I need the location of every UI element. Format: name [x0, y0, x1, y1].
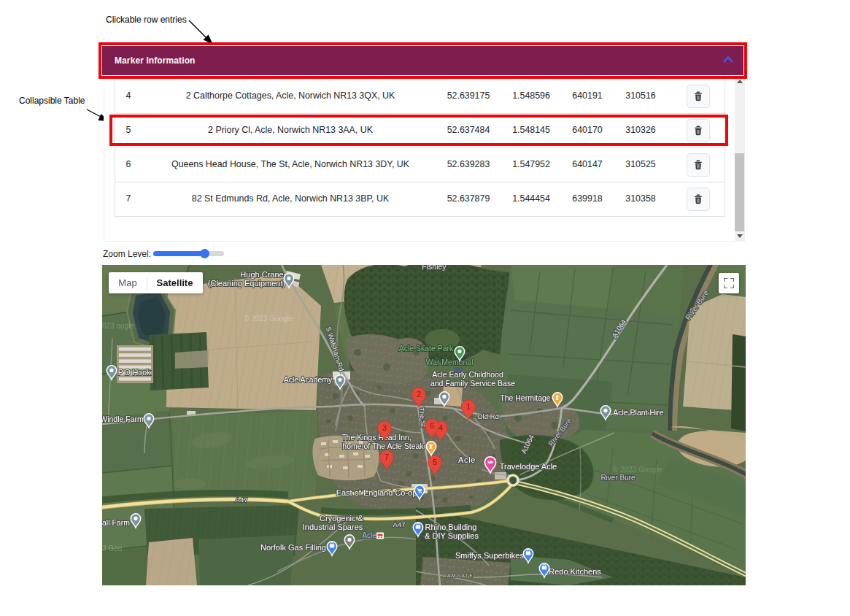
svg-text:War Memorial: War Memorial: [426, 358, 474, 366]
svg-text:and Family Service Base: and Family Service Base: [430, 379, 515, 388]
svg-text:7: 7: [385, 453, 389, 461]
svg-text:5: 5: [433, 458, 437, 466]
svg-text:6: 6: [430, 421, 434, 430]
svg-text:Redo Kitchens: Redo Kitchens: [549, 567, 601, 576]
svg-text:3: 3: [382, 423, 387, 432]
svg-text:1: 1: [466, 402, 471, 411]
svg-text:& DIY Supplies: & DIY Supplies: [425, 531, 479, 540]
svg-text:River Bure: River Bure: [600, 474, 635, 482]
svg-text:Rhino Building: Rhino Building: [425, 523, 477, 531]
svg-text:Norfolk Gas Filling: Norfolk Gas Filling: [260, 543, 326, 552]
svg-text:Cryogenic &: Cryogenic &: [320, 514, 364, 523]
svg-text:Industrial Spares: Industrial Spares: [303, 523, 363, 531]
svg-text:A47: A47: [236, 496, 248, 504]
svg-text:The Hermitage: The Hermitage: [500, 393, 551, 402]
svg-text:Acle Plant Hire: Acle Plant Hire: [613, 408, 664, 417]
svg-text:Acle Skate Park: Acle Skate Park: [399, 344, 454, 353]
svg-text:The Kings Head Inn,: The Kings Head Inn,: [341, 433, 412, 442]
svg-text:home of The Acle Steak: home of The Acle Steak: [342, 442, 424, 450]
svg-text:3 Goo: 3 Goo: [102, 544, 123, 553]
svg-text:4: 4: [438, 423, 443, 432]
svg-text:Hugh Crane: Hugh Crane: [240, 270, 283, 279]
svg-text:2: 2: [417, 390, 421, 399]
svg-text:(Cleaning Equipment): (Cleaning Equipment): [208, 279, 285, 288]
svg-text:DAMGATE: DAMGATE: [443, 573, 474, 578]
svg-text:all Farm: all Farm: [102, 518, 130, 527]
svg-text:© 2023 Google: © 2023 Google: [613, 466, 662, 474]
svg-text:Acle Academy: Acle Academy: [284, 375, 333, 384]
svg-text:Acle: Acle: [362, 531, 376, 539]
svg-text:Old Rd: Old Rd: [477, 412, 499, 420]
svg-text:Travelodge Acle: Travelodge Acle: [500, 462, 557, 471]
svg-text:Windle Farm: Windle Farm: [102, 415, 144, 423]
svg-text:P D Hook: P D Hook: [118, 368, 151, 377]
svg-text:Acle Early Childhood: Acle Early Childhood: [432, 370, 503, 379]
svg-text:023 oogle: 023 oogle: [102, 322, 134, 330]
svg-text:Acle: Acle: [458, 455, 476, 464]
svg-text:Smiffys Superbikes: Smiffys Superbikes: [455, 551, 524, 560]
svg-text:Fishley: Fishley: [422, 265, 447, 271]
svg-text:© 2023 Google: © 2023 Google: [244, 315, 293, 323]
svg-text:A47: A47: [393, 520, 406, 528]
svg-text:East of England Co-op: East of England Co-op: [336, 488, 417, 497]
